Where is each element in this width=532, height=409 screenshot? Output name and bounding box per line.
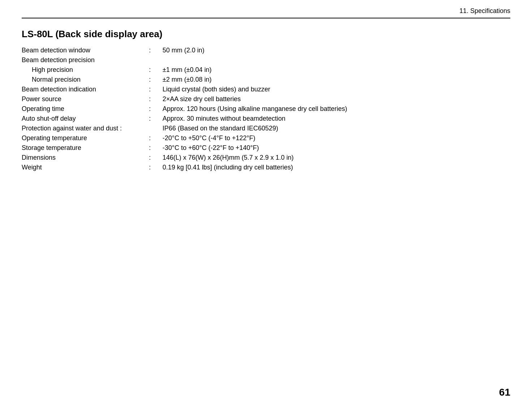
spec-colon: :	[144, 94, 155, 104]
spec-colon	[144, 124, 155, 133]
spec-colon: :	[144, 75, 155, 85]
spec-row: Weight:0.19 kg [0.41 lbs] (including dry…	[22, 163, 510, 172]
spec-row: Storage temperature:-30°C to +60°C (-22°…	[22, 143, 510, 153]
spec-colon: :	[144, 133, 155, 143]
spec-label: Auto shut-off delay	[22, 114, 144, 124]
spec-value: ±1 mm (±0.04 in)	[155, 65, 510, 75]
spec-colon: :	[144, 104, 155, 114]
spec-row: Dimensions:146(L) x 76(W) x 26(H)mm (5.7…	[22, 153, 510, 163]
spec-colon: :	[144, 46, 155, 55]
spec-value: Approx. 120 hours (Using alkaline mangan…	[155, 104, 510, 114]
spec-row: Operating time:Approx. 120 hours (Using …	[22, 104, 510, 114]
spec-colon: :	[144, 65, 155, 75]
spec-colon: :	[144, 163, 155, 172]
spec-row: High precision:±1 mm (±0.04 in)	[22, 65, 510, 75]
spec-label: Dimensions	[22, 153, 144, 163]
spec-label: Beam detection indication	[22, 85, 144, 94]
spec-value: ±2 mm (±0.08 in)	[155, 75, 510, 85]
spec-label: High precision	[22, 65, 144, 75]
spec-colon: :	[144, 143, 155, 153]
spec-row: Auto shut-off delay:Approx. 30 minutes w…	[22, 114, 510, 124]
spec-value: 50 mm (2.0 in)	[155, 46, 510, 55]
section-title: LS-80L (Back side display area)	[22, 29, 510, 40]
page-number: 61	[499, 387, 510, 398]
spec-value: 0.19 kg [0.41 lbs] (including dry cell b…	[155, 163, 510, 172]
page-header: 11. Specifications	[22, 7, 510, 18]
spec-label: Weight	[22, 163, 144, 172]
spec-value: -20°C to +50°C (-4°F to +122°F)	[155, 133, 510, 143]
spec-row: Beam detection indication:Liquid crystal…	[22, 85, 510, 94]
spec-row: Beam detection precision	[22, 55, 510, 65]
spec-row: Beam detection window:50 mm (2.0 in)	[22, 46, 510, 55]
spec-row: Normal precision:±2 mm (±0.08 in)	[22, 75, 510, 85]
spec-label: Power source	[22, 94, 144, 104]
spec-row: Operating temperature:-20°C to +50°C (-4…	[22, 133, 510, 143]
spec-colon	[144, 55, 155, 65]
spec-value: 2×AA size dry cell batteries	[155, 94, 510, 104]
spec-label: Beam detection window	[22, 46, 144, 55]
page-container: 11. Specifications LS-80L (Back side dis…	[0, 0, 532, 409]
spec-value: Approx. 30 minutes without beamdetection	[155, 114, 510, 124]
header-title: 11. Specifications	[459, 7, 510, 14]
spec-value: 146(L) x 76(W) x 26(H)mm (5.7 x 2.9 x 1.…	[155, 153, 510, 163]
spec-value: Liquid crystal (both sides) and buzzer	[155, 85, 510, 94]
spec-row: Protection against water and dust :IP66 …	[22, 124, 510, 133]
spec-colon: :	[144, 114, 155, 124]
spec-label: Operating temperature	[22, 133, 144, 143]
spec-label: Normal precision	[22, 75, 144, 85]
spec-value: IP66 (Based on the standard IEC60529)	[155, 124, 510, 133]
spec-value	[155, 55, 510, 65]
spec-colon: :	[144, 153, 155, 163]
spec-colon: :	[144, 85, 155, 94]
spec-label: Storage temperature	[22, 143, 144, 153]
spec-value: -30°C to +60°C (-22°F to +140°F)	[155, 143, 510, 153]
spec-label: Beam detection precision	[22, 55, 144, 65]
spec-label: Operating time	[22, 104, 144, 114]
spec-label: Protection against water and dust :	[22, 124, 144, 133]
spec-table: Beam detection window:50 mm (2.0 in)Beam…	[22, 46, 510, 172]
spec-row: Power source:2×AA size dry cell batterie…	[22, 94, 510, 104]
